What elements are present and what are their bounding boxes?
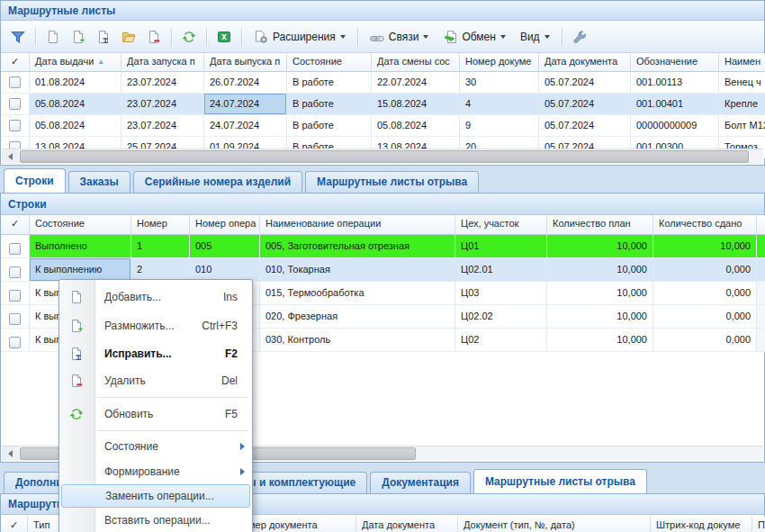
column-header-qty-done[interactable]: Количество сдано — [653, 215, 757, 235]
table-cell: 015, Термообработка — [260, 282, 455, 305]
menu-item-replace-operations[interactable]: Заменить операции... — [61, 484, 250, 508]
menu-item-label: Исправить... — [104, 347, 172, 360]
row-checkbox[interactable] — [9, 290, 21, 302]
menu-shortcut: Ctrl+F3 — [202, 320, 238, 332]
table-cell: 0,000 — [653, 258, 757, 282]
column-header-release-date[interactable]: Дата выпуска п — [204, 53, 287, 72]
table-row-done[interactable]: Выполнено 1 005 005, Заготовительная отр… — [1, 235, 764, 258]
column-header-belonging[interactable]: Принадлеж — [752, 517, 765, 532]
column-header-document[interactable]: Документ (тип, №, дата) — [458, 517, 651, 532]
table-row-selected[interactable]: 05.08.2024 23.07.2024 24.07.2024 В работ… — [1, 94, 764, 115]
open-button[interactable] — [117, 26, 140, 48]
column-header-operation-number[interactable]: Номер опера — [190, 215, 260, 235]
check-column-header[interactable]: ✓ — [1, 517, 28, 532]
filter-button[interactable] — [6, 26, 30, 48]
tab-orders[interactable]: Заказы — [68, 171, 130, 193]
table-cell — [757, 282, 765, 305]
row-checkbox[interactable] — [9, 243, 21, 255]
route-sheets-panel: Маршрутные листы — [0, 0, 765, 166]
column-header-number[interactable]: Номер — [131, 215, 190, 235]
table-row[interactable]: 05.08.2024 23.07.2024 24.07.2024 В работ… — [1, 115, 764, 137]
table-cell: Ц02 — [455, 329, 547, 352]
horizontal-scrollbar[interactable] — [2, 149, 763, 164]
row-checkbox[interactable] — [9, 266, 21, 278]
column-header-doc-date[interactable]: Дата документа — [356, 517, 458, 532]
settings-button[interactable] — [568, 26, 591, 48]
table-cell: 9 — [460, 115, 539, 137]
column-header-qty-plan[interactable]: Количество план — [547, 215, 653, 235]
row-checkbox[interactable] — [9, 98, 21, 110]
table-cell: 05.07.2024 — [539, 72, 631, 94]
tab-route-sheets-tear-bottom[interactable]: Маршрутные листы отрыва — [473, 469, 647, 493]
tab-route-sheets-tear[interactable]: Маршрутные листы отрыва — [305, 171, 479, 193]
column-header-state[interactable]: Состояние — [287, 53, 372, 72]
table-cell: Болт М12 — [719, 115, 765, 137]
duplicate-button[interactable] — [67, 26, 90, 48]
column-header-designation[interactable]: Обозначение — [631, 53, 719, 72]
scroll-left-button[interactable] — [2, 446, 18, 461]
row-checkbox[interactable] — [9, 120, 21, 131]
menu-item-insert-operations[interactable]: Вставить операции... — [59, 508, 252, 532]
menu-item-label: Размножить... — [104, 320, 175, 332]
table-cell: 001.00113 — [631, 72, 719, 94]
exchange-menu[interactable]: Обмен — [436, 27, 512, 47]
menu-item-delete[interactable]: Удалить Del — [59, 367, 252, 394]
table-cell: 23.07.2024 — [122, 72, 204, 94]
row-checkbox[interactable] — [9, 77, 21, 88]
add-button[interactable] — [41, 26, 65, 48]
tab-documentation[interactable]: Документация — [370, 472, 471, 493]
edit-button[interactable] — [92, 26, 115, 48]
links-menu[interactable]: Связи — [364, 27, 436, 47]
column-header-doc-number[interactable]: Номер докуме — [460, 53, 539, 72]
table-cell: Ц03 — [455, 282, 547, 305]
column-header-operation-name[interactable]: Наименование операции — [260, 215, 455, 235]
refresh-icon — [69, 407, 84, 421]
extensions-menu[interactable]: Расширения — [248, 27, 352, 47]
toolbar-separator — [171, 28, 172, 46]
toolbar-separator — [562, 28, 562, 46]
menu-item-duplicate[interactable]: Размножить... Ctrl+F3 — [59, 311, 252, 340]
menu-item-formation[interactable]: Формирование — [59, 459, 252, 484]
menu-item-add[interactable]: Добавить... Ins — [59, 283, 252, 311]
menu-shortcut: Ins — [223, 291, 238, 303]
row-checkbox[interactable] — [9, 313, 21, 325]
view-label: Вид — [520, 31, 540, 43]
scroll-left-button[interactable] — [2, 149, 18, 164]
submenu-arrow-icon — [240, 468, 245, 475]
column-header-name[interactable]: Наимен — [719, 53, 765, 72]
delete-document-icon — [147, 30, 161, 44]
focused-cell: 24.07.2024 — [204, 94, 287, 115]
menu-item-edit[interactable]: Исправить... F2 — [59, 340, 252, 367]
table-cell: 030, Контроль — [260, 329, 455, 352]
check-column-header[interactable]: ✓ — [1, 215, 30, 235]
column-header-issue-date[interactable]: Дата выдачи▲ — [30, 53, 122, 72]
tab-serial-numbers[interactable]: Серийные номера изделий — [133, 171, 302, 193]
dropdown-arrow-icon — [544, 35, 550, 39]
refresh-button[interactable] — [177, 26, 201, 48]
column-header-barcode[interactable]: Штрих-код докуме — [651, 517, 752, 532]
view-menu[interactable]: Вид — [514, 28, 556, 46]
table-cell: 005 — [190, 235, 260, 258]
column-header-state-change-date[interactable]: Дата смены сос — [372, 53, 460, 72]
column-header-launch-date[interactable]: Дата запуска п — [122, 53, 204, 72]
menu-item-label: Обновить — [104, 408, 153, 420]
menu-separator — [97, 397, 249, 398]
delete-button[interactable] — [142, 26, 166, 48]
row-checkbox[interactable] — [9, 337, 21, 348]
table-cell: 23.07.2024 — [122, 115, 204, 137]
column-header-state[interactable]: Состояние — [30, 215, 131, 235]
menu-item-refresh[interactable]: Обновить F5 — [59, 401, 252, 428]
menu-item-state[interactable]: Состояние — [59, 434, 252, 459]
edit-document-icon — [96, 30, 111, 44]
main-toolbar: Расширения Связи Обмен Вид — [1, 21, 764, 53]
table-cell: 01.08.2024 — [30, 72, 122, 94]
column-header-workshop[interactable]: Цех, участок — [455, 215, 547, 235]
links-label: Связи — [389, 31, 419, 43]
check-column-header[interactable]: ✓ — [1, 53, 30, 72]
export-excel-button[interactable] — [212, 26, 236, 48]
column-header-doc-date[interactable]: Дата документа — [539, 53, 631, 72]
table-row[interactable]: 01.08.2024 23.07.2024 26.07.2024 В работ… — [1, 72, 764, 94]
tab-lines[interactable]: Строки — [4, 168, 66, 193]
toolbar-separator — [35, 28, 36, 46]
scrollbar-thumb[interactable] — [20, 150, 749, 163]
